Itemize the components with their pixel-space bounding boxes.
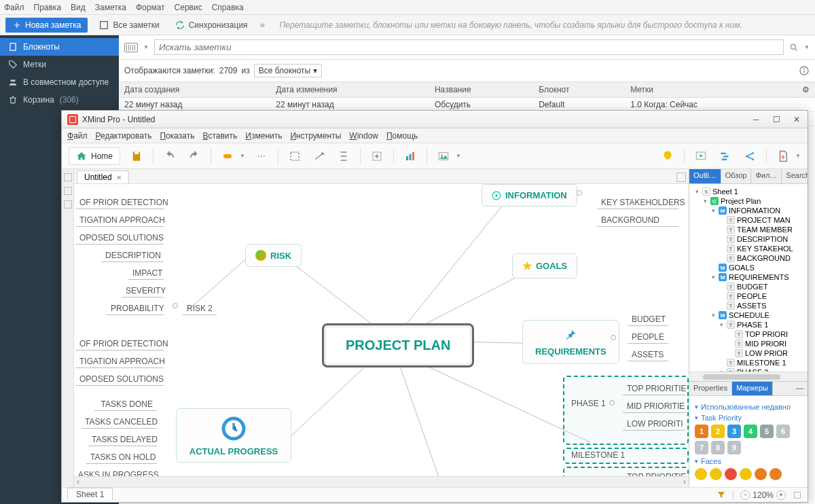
- subtopic[interactable]: MID PRIORITIE: [623, 400, 685, 413]
- minimize-button[interactable]: ─: [750, 114, 761, 125]
- subtopic[interactable]: ASKS IN PROGRESS: [74, 469, 157, 476]
- marker-icon[interactable]: [219, 148, 236, 164]
- gutter-btn[interactable]: [64, 173, 72, 181]
- collapse-toggle[interactable]: [609, 400, 615, 406]
- menu-modify[interactable]: Изменить: [245, 131, 282, 141]
- subtopic[interactable]: KEY STAKEHOLDERS: [597, 196, 678, 209]
- outline-item[interactable]: ▾MREQUIREMENTS: [691, 272, 806, 282]
- outline-item[interactable]: TDESCRIPTION: [691, 234, 806, 244]
- subtopic[interactable]: OF PRIOR DETECTION: [75, 196, 164, 209]
- priority-marker[interactable]: 5: [760, 425, 774, 438]
- sidebar-notebooks[interactable]: Блокноты: [0, 38, 119, 56]
- subtopic[interactable]: TIGATION APPROACH: [75, 214, 164, 227]
- node-central[interactable]: PROJECT PLAN: [322, 323, 474, 367]
- outline-item[interactable]: TTEAM MEMBER: [691, 225, 806, 234]
- mindmap-canvas[interactable]: OF PRIOR DETECTION TIGATION APPROACH OPO…: [74, 184, 689, 476]
- subtopic[interactable]: LOW PRIORITI: [623, 418, 685, 431]
- outline-item[interactable]: ▾MSCHEDULE: [691, 310, 806, 320]
- priority-marker[interactable]: 3: [727, 425, 741, 438]
- more-icon[interactable]: ⋯: [253, 148, 270, 164]
- presentation-icon[interactable]: [693, 148, 709, 164]
- outline-item[interactable]: TPEOPLE: [691, 291, 806, 301]
- tab-maximize-icon[interactable]: [676, 173, 686, 182]
- all-notes-button[interactable]: Все заметки: [94, 17, 163, 33]
- sync-button[interactable]: Синхронизация: [170, 17, 252, 33]
- tab-outline[interactable]: Outli…: [689, 169, 721, 183]
- section-recent[interactable]: Использованные недавно: [695, 403, 802, 411]
- lightbulb-icon[interactable]: [659, 148, 676, 164]
- gutter-btn[interactable]: [64, 187, 72, 195]
- subtopic[interactable]: OF PRIOR DETECTION: [75, 338, 164, 350]
- share-icon[interactable]: [742, 148, 758, 164]
- menu-file[interactable]: Файл: [67, 131, 88, 141]
- menu-help[interactable]: Помощь: [386, 131, 418, 141]
- zoom-out-button[interactable]: −: [740, 490, 750, 500]
- node-information[interactable]: INFORMATION: [482, 184, 577, 206]
- sidebar-shared[interactable]: В совместном доступе: [0, 73, 119, 91]
- menu-view[interactable]: Вид: [71, 3, 86, 12]
- node-risk[interactable]: RISK: [245, 244, 302, 267]
- keyboard-icon[interactable]: [124, 43, 138, 52]
- new-note-button[interactable]: Новая заметка: [5, 18, 88, 33]
- priority-marker[interactable]: 2: [711, 425, 725, 438]
- outline-item[interactable]: ▾MINFORMATION: [691, 206, 806, 215]
- outline-item[interactable]: ▾SSheet 1: [691, 187, 806, 196]
- subtopic[interactable]: ASSETS: [628, 348, 668, 361]
- section-faces[interactable]: Faces: [695, 457, 802, 465]
- priority-marker[interactable]: 6: [776, 425, 790, 438]
- outline-item[interactable]: ▾CProject Plan: [691, 196, 806, 206]
- subtopic[interactable]: TOP PRIORITIE: [623, 382, 685, 395]
- menu-window[interactable]: Window: [349, 131, 378, 141]
- outline-item[interactable]: ▾TPHASE 1: [691, 320, 806, 329]
- outline-item[interactable]: TKEY STAKEHOL: [691, 244, 806, 253]
- outline-scrollbar[interactable]: [689, 372, 808, 381]
- outline-item[interactable]: TLOW PRIOR: [691, 348, 806, 358]
- subtopic[interactable]: BACKGROUND: [597, 214, 678, 227]
- face-marker[interactable]: [710, 468, 722, 480]
- xmind-titlebar[interactable]: XMind Pro - Untitled ─ ☐ ✕: [62, 111, 808, 128]
- subtopic[interactable]: BUDGET: [628, 313, 668, 326]
- outline-item[interactable]: TTOP PRIORI: [691, 329, 806, 339]
- outline-item[interactable]: TBUDGET: [691, 282, 806, 291]
- priority-marker[interactable]: 9: [727, 441, 741, 454]
- subtopic[interactable]: PROBABILITY: [107, 302, 164, 315]
- menu-tools[interactable]: Инструменты: [290, 131, 341, 141]
- node-risk2[interactable]: RISK 2: [183, 302, 217, 315]
- phase1-label[interactable]: PHASE 1: [571, 399, 606, 408]
- col-settings[interactable]: ⚙: [797, 82, 815, 98]
- tab-close-icon[interactable]: ✕: [116, 174, 122, 181]
- menu-show[interactable]: Показать: [160, 131, 194, 141]
- outline-item[interactable]: TMID PRIORI: [691, 339, 806, 348]
- redo-icon[interactable]: [186, 148, 202, 164]
- summary-icon[interactable]: [336, 148, 352, 164]
- menu-service[interactable]: Сервис: [175, 3, 202, 12]
- menu-format[interactable]: Формат: [136, 3, 165, 12]
- face-marker[interactable]: [769, 468, 782, 480]
- subtopic[interactable]: OPOSED SOLUTIONS: [75, 232, 164, 245]
- subtopic[interactable]: DESCRIPTION: [101, 249, 164, 262]
- menu-insert[interactable]: Вставить: [202, 131, 237, 141]
- info-icon[interactable]: [799, 65, 810, 76]
- add-icon[interactable]: [369, 148, 385, 164]
- face-marker[interactable]: [695, 468, 707, 480]
- zoom-in-button[interactable]: +: [776, 490, 786, 500]
- col-title[interactable]: Название: [429, 82, 533, 98]
- subtopic[interactable]: TASKS CANCELED: [81, 416, 157, 429]
- outline-item[interactable]: TBACKGROUND: [691, 253, 806, 263]
- outline-item[interactable]: TASSETS: [691, 301, 806, 310]
- face-marker[interactable]: [725, 468, 737, 480]
- menu-edit[interactable]: Правка: [34, 3, 62, 12]
- filter-icon[interactable]: [717, 490, 726, 500]
- maximize-button[interactable]: ☐: [771, 114, 782, 125]
- tab-markers[interactable]: Маркеры: [732, 382, 773, 395]
- milestone1-label[interactable]: MILESTONE 1: [571, 450, 625, 460]
- outline-item[interactable]: MGOALS: [691, 263, 806, 272]
- border-icon[interactable]: [287, 148, 303, 164]
- panel-minimize-icon[interactable]: —: [792, 382, 808, 395]
- subtopic[interactable]: OPOSED SOLUTIONS: [75, 373, 164, 386]
- outline-item[interactable]: TPROJECT MAN: [691, 215, 806, 225]
- subtopic[interactable]: TOP PRIORITIE: [623, 471, 685, 476]
- menu-note[interactable]: Заметка: [95, 3, 126, 12]
- gutter-btn[interactable]: [64, 200, 72, 209]
- subtopic[interactable]: TIGATION APPROACH: [75, 355, 164, 368]
